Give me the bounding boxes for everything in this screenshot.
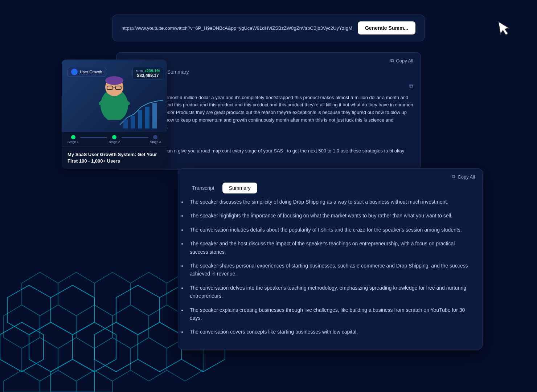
video-thumbnail: 👤 User Growth MRR +239.1% $83,489.17 xyxy=(62,60,167,132)
user-icon: 👤 xyxy=(71,69,78,75)
timestamp-1: 0:00 - 0:34 ⧉ xyxy=(124,82,413,91)
svg-rect-34 xyxy=(138,110,142,128)
svg-marker-12 xyxy=(58,338,94,381)
stage-2: Stage 2 xyxy=(108,135,120,144)
tab-transcript-front[interactable]: Transcript xyxy=(185,183,221,193)
video-card: 👤 User Growth MRR +239.1% $83,489.17 xyxy=(62,60,167,169)
copy-icon-front: ⧉ xyxy=(452,174,455,180)
svg-rect-36 xyxy=(152,103,157,128)
copy-all-label-front: Copy All xyxy=(458,174,475,180)
summary-item-7: The speaker explains creating businesses… xyxy=(187,306,474,322)
summary-card: ⧉ Copy All Transcript Summary The speake… xyxy=(178,168,483,350)
summary-item-8: The conversation covers concepts like st… xyxy=(187,328,474,336)
summary-item-5: The speaker shares personal experiences … xyxy=(187,262,474,278)
generate-summary-button[interactable]: Generate Summ... xyxy=(358,21,415,34)
card-front-header: ⧉ Copy All xyxy=(178,169,482,183)
svg-marker-28 xyxy=(138,322,181,372)
url-input[interactable] xyxy=(122,25,352,31)
svg-marker-5 xyxy=(4,305,40,348)
svg-marker-14 xyxy=(131,338,167,381)
copy-all-button-transcript[interactable]: ⧉ Copy All xyxy=(390,58,413,64)
copy-segment-icon-1[interactable]: ⧉ xyxy=(409,82,413,91)
summary-item-1: The speaker discusses the simplicity of … xyxy=(187,198,474,206)
user-growth-label: User Growth xyxy=(80,70,102,74)
svg-marker-2 xyxy=(94,272,131,316)
mrr-pct: +239.1% xyxy=(144,69,160,73)
svg-marker-27 xyxy=(94,322,138,372)
svg-marker-22 xyxy=(51,285,94,335)
stage-2-dot xyxy=(112,135,116,139)
copy-all-label: Copy All xyxy=(396,58,413,64)
stage-2-label: Stage 2 xyxy=(108,140,120,144)
stage-1-dot xyxy=(71,135,75,139)
svg-point-42 xyxy=(105,76,123,85)
summary-item-4: The speaker and the host discuss the imp… xyxy=(187,240,474,256)
summary-tabs: Transcript Summary xyxy=(178,183,482,198)
svg-marker-25 xyxy=(0,322,44,372)
summary-item-6: The conversation delves into the speaker… xyxy=(187,284,474,300)
cursor-pointer-icon xyxy=(495,19,513,42)
summary-item-3: The conversation includes details about … xyxy=(187,226,474,234)
tab-summary-front[interactable]: Summary xyxy=(222,183,257,193)
mrr-label: MRR +239.1% xyxy=(136,69,160,73)
user-growth-badge: 👤 User Growth xyxy=(67,67,106,77)
video-title-box: My SaaS User Growth System: Get Your Fir… xyxy=(62,147,167,169)
svg-marker-3 xyxy=(131,272,167,316)
svg-marker-7 xyxy=(76,305,112,348)
svg-rect-35 xyxy=(145,107,149,128)
timestamp-2: 0:34 - 1:05 xyxy=(124,138,413,144)
svg-marker-6 xyxy=(40,305,76,348)
summary-list: The speaker discusses the simplicity of … xyxy=(178,198,482,349)
svg-marker-23 xyxy=(29,322,73,372)
stage-line-1 xyxy=(80,137,107,138)
main-container: Generate Summ... ⧉ Copy All Transcript S… xyxy=(0,0,537,52)
svg-marker-29 xyxy=(51,359,94,392)
copy-all-button-summary[interactable]: ⧉ Copy All xyxy=(452,174,475,180)
svg-marker-21 xyxy=(7,285,51,335)
video-title: My SaaS User Growth System: Get Your Fir… xyxy=(67,151,161,164)
svg-marker-18 xyxy=(76,370,112,392)
svg-marker-26 xyxy=(116,285,160,335)
copy-icon: ⧉ xyxy=(390,58,394,64)
svg-marker-8 xyxy=(112,305,149,348)
stage-line-2 xyxy=(122,137,148,138)
svg-marker-24 xyxy=(73,322,116,372)
mrr-value: $83,489.17 xyxy=(136,73,160,78)
svg-marker-17 xyxy=(40,370,76,392)
stage-1: Stage 1 xyxy=(67,135,79,144)
summary-item-2: The speaker highlights the importance of… xyxy=(187,212,474,220)
url-panel: Generate Summ... xyxy=(112,15,425,41)
stage-3-dot xyxy=(153,135,157,139)
svg-marker-1 xyxy=(58,272,94,316)
stage-3: Stage 3 xyxy=(150,135,161,144)
svg-marker-16 xyxy=(4,370,40,392)
mrr-badge: MRR +239.1% $83,489.17 xyxy=(132,67,163,80)
stage-3-label: Stage 3 xyxy=(150,140,161,144)
svg-rect-33 xyxy=(131,116,135,128)
svg-marker-11 xyxy=(22,338,58,381)
transcript-text-2: startups do well we can n give you a roa… xyxy=(124,147,413,163)
transcript-text-1: this product makes almost a million doll… xyxy=(124,94,413,132)
stages-wrapper: Stage 1 Stage 2 Stage 3 xyxy=(62,132,167,147)
svg-marker-0 xyxy=(22,272,58,316)
stage-1-label: Stage 1 xyxy=(67,140,79,144)
svg-marker-13 xyxy=(94,338,131,381)
